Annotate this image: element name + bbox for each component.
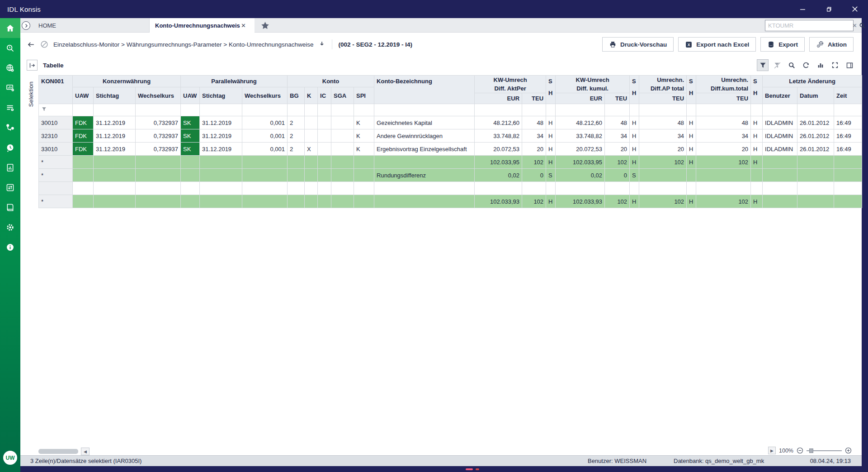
group-header-umrechn-ap[interactable]: Umrechn.Diff.AP total bbox=[639, 76, 687, 93]
col-header-datum[interactable]: Datum bbox=[797, 87, 834, 104]
sidebar-item-transfer[interactable] bbox=[0, 177, 20, 197]
col-header-stichtag1[interactable]: Stichtag bbox=[94, 87, 136, 104]
col-header-stichtag2[interactable]: Stichtag bbox=[200, 87, 242, 104]
close-button[interactable] bbox=[842, 0, 868, 18]
group-header-konto[interactable]: Konto bbox=[288, 76, 374, 87]
zoom-in-icon[interactable] bbox=[845, 447, 852, 454]
col-header-k[interactable]: K bbox=[305, 87, 318, 104]
cell-stichtag1[interactable]: 31.12.2019 bbox=[94, 116, 136, 129]
col-header-sh-aktper[interactable]: SH bbox=[546, 76, 556, 104]
collapse-panel-icon[interactable] bbox=[27, 60, 38, 71]
cell-teu_ap_total[interactable]: 48 bbox=[639, 116, 687, 129]
cell-bezeichnung[interactable]: Andere Gewinnrücklagen bbox=[374, 129, 475, 143]
filter-cell-spi[interactable] bbox=[354, 104, 374, 116]
clear-filter-icon[interactable] bbox=[40, 40, 49, 49]
cell-uaw1[interactable]: FDK bbox=[73, 143, 94, 156]
cell-kon001[interactable]: 32310 bbox=[39, 129, 73, 143]
cell-sh_aktper[interactable]: H bbox=[546, 129, 556, 143]
filter-cell-sh_aktper[interactable] bbox=[546, 104, 556, 116]
cell-sh_kumul[interactable]: H bbox=[630, 143, 639, 156]
sidebar-item-list-settings[interactable] bbox=[0, 98, 20, 118]
filter-cell-wechselkurs1[interactable] bbox=[136, 104, 181, 116]
search-input[interactable] bbox=[765, 22, 850, 29]
cell-stichtag1[interactable]: 31.12.2019 bbox=[94, 143, 136, 156]
zoom-slider-thumb[interactable] bbox=[809, 448, 813, 453]
cell-teu_kum_total[interactable]: 48 bbox=[696, 116, 751, 129]
selection-side-tab[interactable]: Selektion bbox=[28, 81, 34, 107]
cell-benutzer[interactable]: IDLADMIN bbox=[763, 143, 797, 156]
cell-bg[interactable]: 2 bbox=[288, 129, 305, 143]
sidebar-item-report[interactable] bbox=[0, 157, 20, 177]
filter-cell-teu_ap_total[interactable] bbox=[639, 104, 687, 116]
scroll-left-button[interactable]: ◀ bbox=[81, 448, 90, 455]
cell-wechselkurs2[interactable]: 0,001 bbox=[242, 143, 288, 156]
filter-cell-uaw1[interactable] bbox=[73, 104, 94, 116]
cell-teu_ap_total[interactable]: 20 bbox=[639, 143, 687, 156]
filter-cell-sga[interactable] bbox=[331, 104, 354, 116]
group-header-kw-kumul[interactable]: KW-UmrechDiff. kumul. bbox=[556, 76, 630, 93]
cell-uaw2[interactable]: SK bbox=[181, 143, 200, 156]
table-row[interactable]: 32310FDK31.12.20190,732937SK31.12.20190,… bbox=[39, 129, 862, 143]
zoom-out-icon[interactable] bbox=[797, 447, 803, 454]
cell-spi[interactable]: K bbox=[354, 116, 374, 129]
cell-sh_aktper[interactable]: H bbox=[546, 143, 556, 156]
maximize-button[interactable] bbox=[816, 0, 842, 18]
col-header-zeit[interactable]: Zeit bbox=[834, 87, 862, 104]
cell-spi[interactable]: K bbox=[354, 143, 374, 156]
cell-uaw2[interactable]: SK bbox=[181, 116, 200, 129]
sidebar-item-book[interactable] bbox=[0, 197, 20, 217]
group-header-kw-aktper[interactable]: KW-UmrechDiff. AktPer bbox=[475, 76, 546, 93]
cell-stichtag1[interactable]: 31.12.2019 bbox=[94, 129, 136, 143]
col-header-wechselkurs2[interactable]: Wechselkurs bbox=[242, 87, 288, 104]
cell-stichtag2[interactable]: 31.12.2019 bbox=[200, 116, 242, 129]
sidebar-item-monitor-chart[interactable] bbox=[0, 78, 20, 98]
filter-cell-eur_aktper[interactable] bbox=[475, 104, 522, 116]
cell-sh_aktper[interactable]: H bbox=[546, 116, 556, 129]
cell-eur_kumul[interactable]: 20.072,53 bbox=[556, 143, 605, 156]
col-header-sga[interactable]: SGA bbox=[331, 87, 354, 104]
sidebar-item-clock[interactable] bbox=[0, 138, 20, 157]
filter-icon[interactable] bbox=[757, 59, 769, 71]
col-header-spi[interactable]: SPI bbox=[354, 87, 374, 104]
cell-eur_aktper[interactable]: 48.212,60 bbox=[475, 116, 522, 129]
cell-uaw2[interactable]: SK bbox=[181, 129, 200, 143]
cell-wechselkurs2[interactable]: 0,001 bbox=[242, 129, 288, 143]
cell-teu_ap_total[interactable]: 34 bbox=[639, 129, 687, 143]
col-header-uaw2[interactable]: UAW bbox=[181, 87, 200, 104]
col-header-sh-ap-total[interactable]: SH bbox=[687, 76, 696, 104]
col-header-teu-kum-total[interactable]: TEU bbox=[696, 93, 751, 104]
cell-bezeichnung[interactable]: Ergebnisvortrag Einzelgesellschaft bbox=[374, 143, 475, 156]
filter-cell-benutzer[interactable] bbox=[763, 104, 797, 116]
cell-k[interactable]: X bbox=[305, 143, 318, 156]
filter-cell-teu_kum_total[interactable] bbox=[696, 104, 751, 116]
col-header-bezeichnung[interactable]: Konto-Bezeichnung bbox=[374, 76, 475, 104]
scroll-right-button[interactable]: ▶ bbox=[768, 447, 776, 454]
zoom-icon[interactable] bbox=[786, 59, 797, 71]
group-header-parallelwaehrung[interactable]: Parallelwährung bbox=[181, 76, 288, 87]
cell-bg[interactable]: 2 bbox=[288, 116, 305, 129]
table-row[interactable]: 33010FDK31.12.20190,732937SK31.12.20190,… bbox=[39, 143, 862, 156]
col-header-teu-kumul[interactable]: TEU bbox=[605, 93, 630, 104]
fullscreen-icon[interactable] bbox=[829, 59, 841, 71]
group-header-letzte-aenderung[interactable]: Letzte Änderung bbox=[763, 76, 862, 87]
sidebar-item-globe-gear[interactable] bbox=[0, 58, 20, 78]
filter-cell-datum[interactable] bbox=[797, 104, 834, 116]
filter-cell-stichtag1[interactable] bbox=[94, 104, 136, 116]
cell-wechselkurs2[interactable]: 0,001 bbox=[242, 116, 288, 129]
cell-sh_kum_total[interactable]: H bbox=[751, 143, 763, 156]
filter-cell-eur_kumul[interactable] bbox=[556, 104, 605, 116]
filter-cell-ic[interactable] bbox=[318, 104, 331, 116]
cell-sh_kumul[interactable]: H bbox=[630, 116, 639, 129]
cell-wechselkurs1[interactable]: 0,732937 bbox=[136, 129, 181, 143]
filter-cell-zeit[interactable] bbox=[834, 104, 862, 116]
col-header-sh-kum-total[interactable]: SH bbox=[751, 76, 763, 104]
col-header-ic[interactable]: IC bbox=[318, 87, 331, 104]
cell-stichtag2[interactable]: 31.12.2019 bbox=[200, 129, 242, 143]
cell-benutzer[interactable]: IDLADMIN bbox=[763, 116, 797, 129]
action-button[interactable]: Aktion bbox=[809, 37, 854, 52]
sidebar-item-home[interactable] bbox=[0, 18, 20, 38]
cell-k[interactable] bbox=[305, 129, 318, 143]
cell-sga[interactable] bbox=[331, 116, 354, 129]
horizontal-scrollbar[interactable] bbox=[38, 449, 78, 454]
cell-teu_aktper[interactable]: 34 bbox=[522, 129, 546, 143]
